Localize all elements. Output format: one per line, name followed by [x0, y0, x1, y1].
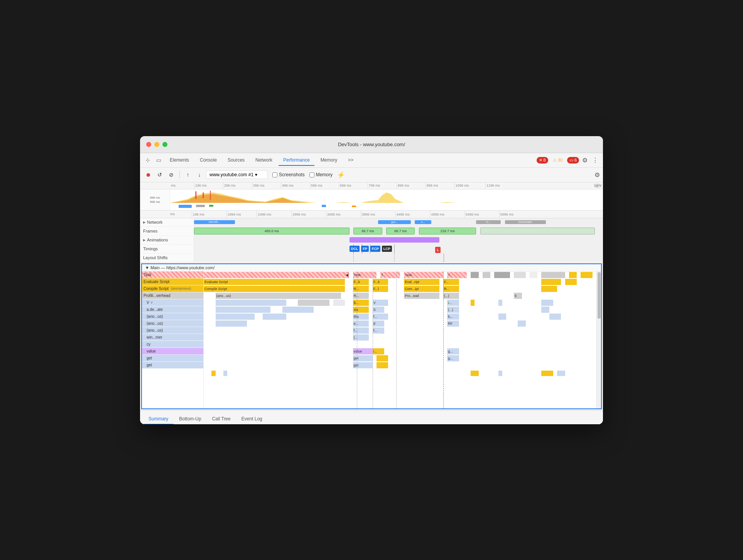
minimize-button[interactable]	[154, 142, 159, 147]
ano1-bar-6[interactable]	[498, 314, 506, 320]
animations-track-label[interactable]: ▶ Animations	[140, 236, 194, 244]
v-bar-8[interactable]	[498, 300, 502, 306]
ade-bar-6[interactable]	[541, 307, 549, 313]
record-button[interactable]: ⏺	[143, 170, 153, 180]
v-bar-6[interactable]: i...	[447, 300, 459, 306]
l-badge[interactable]: L	[435, 247, 441, 253]
tab-memory[interactable]: Memory	[316, 155, 342, 165]
frame-bar-4[interactable]: 216.7 ms	[419, 228, 476, 234]
win-bar-1[interactable]: (...	[353, 334, 369, 341]
inspect-icon[interactable]: ⊹	[143, 155, 152, 165]
tab-sources[interactable]: Sources	[223, 155, 249, 165]
screenshots-checkbox[interactable]	[272, 172, 277, 177]
profiling-bar-1[interactable]: (ano...us)	[216, 293, 341, 299]
compile-bar-4[interactable]: Com...ipt	[404, 286, 439, 292]
scrollbar-thumb[interactable]	[598, 272, 601, 319]
eval-bar-6[interactable]	[541, 279, 561, 285]
settings-gear-icon[interactable]: ⚙	[581, 155, 589, 165]
warning-badge[interactable]: ⚠ 30	[551, 157, 564, 164]
right-scrollbar[interactable]	[596, 272, 601, 408]
eval-bar-3[interactable]: F...k	[373, 279, 388, 285]
fcp-badge[interactable]: FCP	[370, 246, 380, 252]
memory-checkbox[interactable]	[309, 172, 314, 177]
frame-bar-2[interactable]: 66.7 ms	[353, 228, 382, 234]
task-bar-13[interactable]	[581, 272, 593, 278]
v-bar-5[interactable]: V	[373, 300, 388, 306]
ano1-bar-2[interactable]	[263, 314, 286, 320]
ano2-bar-3[interactable]: d	[373, 320, 385, 327]
maximize-button[interactable]	[162, 142, 167, 147]
ano1-bar-3[interactable]: Bla	[353, 314, 369, 320]
eval-bar-2[interactable]: F...k	[353, 279, 369, 285]
eval-bar-4[interactable]: Eval...ript	[404, 279, 439, 285]
profiling-bar-4[interactable]: (...)	[443, 293, 459, 299]
compile-bar-1[interactable]: Compile Script	[204, 286, 345, 292]
ade-bar-4[interactable]: S	[373, 307, 385, 313]
ade-bar-5[interactable]: (...)	[447, 307, 459, 313]
tab-summary[interactable]: Summary	[143, 414, 174, 424]
ano1-bar-4[interactable]: f...	[373, 314, 388, 320]
task-bar-6[interactable]	[471, 272, 478, 278]
compile-bar-5[interactable]: R...	[443, 286, 459, 292]
get1-bar-3[interactable]: g...	[447, 355, 459, 361]
device-icon[interactable]: ▭	[154, 155, 164, 165]
lcp-badge[interactable]: LCP	[382, 246, 392, 252]
v-bar-4[interactable]: $...	[353, 300, 369, 306]
ano1-bar-1[interactable]	[216, 314, 255, 320]
ano1-bar-7[interactable]	[549, 314, 561, 320]
error-badge[interactable]: ✕ 8	[537, 157, 548, 164]
tab-event-log[interactable]: Event Log	[236, 414, 268, 424]
tab-bottom-up[interactable]: Bottom-Up	[174, 414, 206, 424]
ade-bar-2[interactable]	[282, 307, 314, 313]
ano2-bar-1[interactable]	[216, 320, 247, 327]
task-bar-10[interactable]	[530, 272, 537, 278]
reload-button[interactable]: ↺	[155, 170, 165, 180]
get1-bar-1[interactable]: get	[353, 355, 373, 361]
task-bar-2[interactable]: Task	[353, 272, 377, 278]
network-track-label[interactable]: ▶ Network	[140, 218, 194, 226]
download-button[interactable]: ↓	[194, 170, 204, 180]
ano3-bar-2[interactable]: f...	[373, 327, 385, 334]
ade-bar-3[interactable]: xla	[353, 307, 369, 313]
clear-button[interactable]: ⊘	[166, 170, 176, 180]
eval-bar-7[interactable]	[565, 279, 577, 285]
info-badge[interactable]: ▭ 6	[567, 157, 579, 164]
network-expand-arrow[interactable]: ▶	[143, 221, 145, 224]
toolbar-settings-icon[interactable]: ⚙	[594, 171, 600, 179]
frame-bar-3[interactable]: 66.7 ms	[386, 228, 415, 234]
frame-bar-1[interactable]: 450.0 ms	[194, 228, 350, 234]
fp-badge[interactable]: FP	[361, 246, 369, 252]
task-bar-12[interactable]	[569, 272, 577, 278]
task-bar-4[interactable]: Task	[404, 272, 443, 278]
compile-bar-3[interactable]: F...l	[373, 286, 388, 292]
value-bar-2[interactable]: i...	[373, 348, 385, 354]
v-bar-2[interactable]	[298, 300, 329, 306]
upload-button[interactable]: ↑	[183, 170, 193, 180]
task-bar-3[interactable]: T...	[380, 272, 400, 278]
compile-bar-6[interactable]	[541, 286, 557, 292]
profiling-bar-3[interactable]: Pro...ead	[404, 293, 439, 299]
task-bar-7[interactable]	[483, 272, 490, 278]
tab-network[interactable]: Network	[251, 155, 277, 165]
profiling-bar-5[interactable]: b	[514, 293, 522, 299]
get1-bar-2[interactable]	[377, 355, 388, 361]
eval-bar-1[interactable]: Evaluate Script	[204, 279, 345, 285]
task-bar-11[interactable]	[541, 272, 565, 278]
v-bar-1[interactable]	[216, 300, 286, 306]
get2-bar-2[interactable]	[377, 362, 388, 368]
task-bar-5[interactable]: T...	[447, 272, 467, 278]
compile-bar-2[interactable]: R...	[353, 286, 369, 292]
close-button[interactable]	[146, 142, 151, 147]
get2-bar-1[interactable]: get	[353, 362, 373, 368]
dcl-badge[interactable]: DCL	[350, 246, 360, 252]
task-bar-9[interactable]	[514, 272, 526, 278]
ano3-bar-1[interactable]: f...	[353, 327, 369, 334]
task-bar-1[interactable]: ◀	[204, 272, 349, 278]
tab-performance[interactable]: Performance	[279, 155, 314, 166]
url-selector[interactable]: www.youtube.com #1 ▾	[206, 170, 268, 179]
tab-more[interactable]: >>	[343, 155, 358, 165]
ano2-bar-2[interactable]: e...	[353, 320, 369, 327]
ano1-bar-5[interactable]: b...	[447, 314, 459, 320]
tab-elements[interactable]: Elements	[165, 155, 194, 165]
ade-bar-1[interactable]	[216, 307, 271, 313]
